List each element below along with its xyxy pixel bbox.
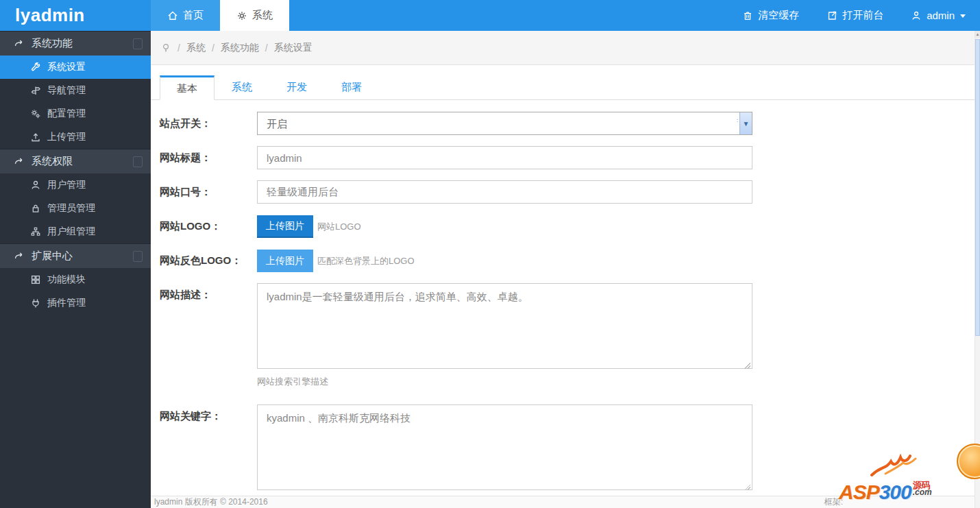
signpost-icon xyxy=(30,85,41,96)
nav-home[interactable]: 首页 xyxy=(151,0,220,31)
user-name: admin xyxy=(927,10,955,21)
scroll-up-arrow[interactable]: ▲ xyxy=(975,31,980,38)
open-front-button[interactable]: 打开前台 xyxy=(813,9,897,22)
user-icon xyxy=(30,180,41,191)
sidebar-item-nav-management[interactable]: 导航管理 xyxy=(0,79,151,102)
sidebar-group-system-functions[interactable]: 系统功能 xyxy=(0,31,151,56)
upload-logo-button[interactable]: 上传图片 xyxy=(257,215,313,238)
clear-cache-button[interactable]: 清空缓存 xyxy=(728,9,813,22)
site-desc-label: 网站描述： xyxy=(160,283,257,388)
breadcrumb: / 系统 / 系统功能 / 系统设置 xyxy=(151,31,975,65)
group-indicator-icon xyxy=(133,156,143,167)
site-logo-inv-hint: 匹配深色背景上的LOGO xyxy=(317,255,415,267)
footer: lyadmin 版权所有 © 2014-2016 框架: xyxy=(151,496,980,508)
sidebar-item-user-management[interactable]: 用户管理 xyxy=(0,173,151,197)
site-keywords-textarea[interactable]: kyadmin 、南京科斯克网络科技 xyxy=(257,404,752,490)
bulb-icon xyxy=(160,43,171,53)
sidebar-group-extension-center[interactable]: 扩展中心 xyxy=(0,243,151,268)
home-icon xyxy=(167,10,178,21)
share-icon xyxy=(14,38,25,49)
sidebar-group-label: 系统权限 xyxy=(32,155,126,168)
sidebar: 系统功能 系统设置 导航管理 配置管理 上传管理 系统权限 用户管理 管理员管理… xyxy=(0,31,151,508)
group-indicator-icon xyxy=(133,38,143,49)
sidebar-item-label: 用户组管理 xyxy=(47,226,95,238)
lock-icon xyxy=(30,203,41,214)
share-icon xyxy=(14,156,25,167)
breadcrumb-item-system-settings[interactable]: 系统设置 xyxy=(274,42,313,54)
upload-icon xyxy=(30,132,41,143)
sidebar-item-label: 上传管理 xyxy=(47,131,86,143)
site-switch-label: 站点开关： xyxy=(160,112,257,135)
gear-icon xyxy=(236,10,247,21)
sidebar-item-label: 功能模块 xyxy=(47,274,86,286)
site-slogan-label: 网站口号： xyxy=(160,180,257,204)
sidebar-item-config-management[interactable]: 配置管理 xyxy=(0,102,151,125)
site-title-input[interactable] xyxy=(257,146,752,169)
site-desc-textarea[interactable]: lyadmin是一套轻量级通用后台，追求简单、高效、卓越。 xyxy=(257,283,752,369)
nav-system[interactable]: 系统 xyxy=(220,0,289,31)
resize-grip-icon[interactable] xyxy=(744,484,750,490)
sidebar-item-label: 用户管理 xyxy=(47,179,86,191)
share-icon xyxy=(14,251,25,262)
upload-inverse-logo-button[interactable]: 上传图片 xyxy=(257,250,313,272)
wrench-icon xyxy=(30,62,41,73)
resize-grip-icon[interactable] xyxy=(744,363,750,369)
gears-icon xyxy=(30,108,41,119)
settings-form: 站点开关： 开启 ∶ ▼ 网站标题： 网站口号： xyxy=(151,112,975,496)
nav-system-label: 系统 xyxy=(252,9,273,22)
sitemap-icon xyxy=(30,226,41,237)
site-switch-select[interactable]: 开启 xyxy=(257,112,752,135)
sidebar-item-function-modules[interactable]: 功能模块 xyxy=(0,268,151,291)
breadcrumb-item-system-functions[interactable]: 系统功能 xyxy=(221,42,259,54)
tab-system[interactable]: 系统 xyxy=(215,75,269,99)
nav-home-label: 首页 xyxy=(183,9,204,22)
tab-basic[interactable]: 基本 xyxy=(160,75,215,100)
sidebar-item-upload-management[interactable]: 上传管理 xyxy=(0,125,151,149)
trash-icon xyxy=(742,10,753,21)
top-nav: 首页 系统 xyxy=(151,0,289,31)
open-front-label: 打开前台 xyxy=(842,9,883,22)
breadcrumb-separator: / xyxy=(177,43,180,53)
user-icon xyxy=(911,10,922,21)
group-indicator-icon xyxy=(133,251,143,262)
scrollbar-thumb[interactable] xyxy=(975,39,980,336)
sidebar-item-plugin-management[interactable]: 插件管理 xyxy=(0,291,151,315)
sidebar-item-usergroup-management[interactable]: 用户组管理 xyxy=(0,220,151,243)
site-slogan-input[interactable] xyxy=(257,180,752,204)
site-logo-label: 网站LOGO： xyxy=(160,215,257,238)
external-link-icon xyxy=(826,10,837,21)
sidebar-item-label: 管理员管理 xyxy=(47,202,95,215)
breadcrumb-item-system[interactable]: 系统 xyxy=(186,42,206,54)
site-keywords-label: 网站关键字： xyxy=(160,404,257,496)
site-logo-inv-label: 网站反色LOGO： xyxy=(160,250,257,272)
plug-icon xyxy=(30,298,41,309)
sidebar-item-label: 导航管理 xyxy=(47,84,86,97)
topbar-actions: 清空缓存 打开前台 admin xyxy=(728,0,980,31)
copyright-text: lyadmin 版权所有 © 2014-2016 xyxy=(154,496,268,508)
app-logo: lyadmin xyxy=(0,0,151,31)
sidebar-group-label: 系统功能 xyxy=(32,37,126,50)
sidebar-item-label: 配置管理 xyxy=(47,108,86,120)
grid-icon xyxy=(30,274,41,285)
tab-deploy[interactable]: 部署 xyxy=(324,75,379,99)
sidebar-item-label: 插件管理 xyxy=(47,297,86,309)
breadcrumb-separator: / xyxy=(265,43,268,53)
vertical-scrollbar[interactable]: ▲ xyxy=(975,31,980,508)
framework-label: 框架: xyxy=(824,496,843,508)
top-bar: lyadmin 首页 系统 清空缓存 打开前台 admin xyxy=(0,0,980,31)
breadcrumb-separator: / xyxy=(212,43,215,53)
site-desc-hint: 网站搜索引擎描述 xyxy=(257,376,752,388)
clear-cache-label: 清空缓存 xyxy=(758,9,799,22)
site-logo-hint: 网站LOGO xyxy=(317,221,361,233)
sidebar-item-label: 系统设置 xyxy=(47,61,86,73)
sidebar-item-admin-management[interactable]: 管理员管理 xyxy=(0,197,151,220)
site-title-label: 网站标题： xyxy=(160,146,257,169)
sidebar-group-label: 扩展中心 xyxy=(32,250,126,263)
caret-down-icon xyxy=(959,12,966,19)
tab-develop[interactable]: 开发 xyxy=(269,75,324,99)
main-content: 基本 系统 开发 部署 站点开关： 开启 ∶ ▼ 网站标题： xyxy=(151,65,975,496)
sidebar-group-system-permissions[interactable]: 系统权限 xyxy=(0,149,151,173)
settings-tabbar: 基本 系统 开发 部署 xyxy=(151,74,975,100)
user-menu[interactable]: admin xyxy=(897,10,970,21)
sidebar-item-system-settings[interactable]: 系统设置 xyxy=(0,56,151,79)
